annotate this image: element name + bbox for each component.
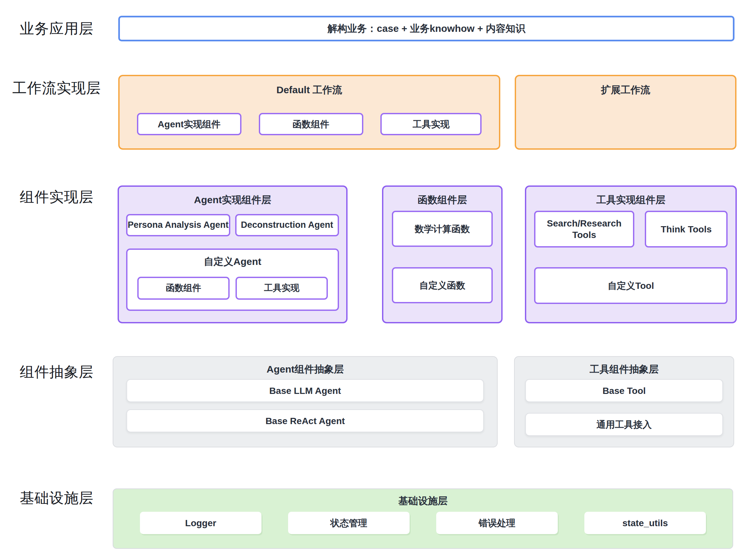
base-llm-agent-box: Base LLM Agent bbox=[126, 379, 484, 402]
custom-agent-title: 自定义Agent bbox=[137, 255, 328, 268]
custom-agent-function-components: 函数组件 bbox=[137, 277, 230, 300]
workflow-item-tool-impl: 工具实现 bbox=[380, 113, 482, 135]
logger-box: Logger bbox=[140, 512, 261, 534]
base-react-agent-box: Base ReAct Agent bbox=[126, 409, 484, 432]
agent-components-title: Agent实现组件层 bbox=[126, 193, 339, 207]
workflow-item-agent-components: Agent实现组件 bbox=[137, 113, 241, 135]
state-management-box: 状态管理 bbox=[288, 512, 410, 534]
default-workflow-items: Agent实现组件 函数组件 工具实现 bbox=[120, 113, 499, 135]
generic-tool-access-box: 通用工具接入 bbox=[525, 413, 723, 436]
infrastructure-items: Logger 状态管理 错误处理 state_utils bbox=[113, 512, 733, 534]
business-banner-text: 解构业务：case + 业务knowhow + 内容知识 bbox=[327, 22, 525, 35]
layer-label-workflow: 工作流实现层 bbox=[0, 78, 113, 98]
custom-agent-tool-impl: 工具实现 bbox=[235, 277, 328, 300]
custom-agent-items: 函数组件 工具实现 bbox=[137, 277, 328, 300]
search-research-tools-box: Search/Research Tools bbox=[534, 211, 634, 247]
infrastructure-panel: 基础设施层 Logger 状态管理 错误处理 state_utils bbox=[113, 488, 733, 549]
function-components-panel: 函数组件层 数学计算函数 自定义函数 bbox=[382, 185, 503, 323]
deconstruction-agent-box: Deconstruction Agent bbox=[235, 214, 339, 236]
custom-tool-box: 自定义Tool bbox=[534, 267, 727, 304]
layer-label-abstraction: 组件抽象层 bbox=[0, 362, 113, 382]
extended-workflow-panel: 扩展工作流 bbox=[515, 75, 737, 150]
think-tools-box: Think Tools bbox=[645, 211, 727, 247]
agent-abstraction-panel: Agent组件抽象层 Base LLM Agent Base ReAct Age… bbox=[113, 356, 498, 447]
tool-abstraction-panel: 工具组件抽象层 Base Tool 通用工具接入 bbox=[514, 356, 734, 447]
agent-abstraction-title: Agent组件抽象层 bbox=[126, 363, 484, 376]
tool-components-title: 工具实现组件层 bbox=[534, 193, 727, 207]
extended-workflow-title: 扩展工作流 bbox=[516, 83, 735, 97]
tool-abstraction-title: 工具组件抽象层 bbox=[525, 363, 723, 376]
persona-analysis-agent-box: Persona Analysis Agent bbox=[126, 214, 230, 236]
default-workflow-title: Default 工作流 bbox=[120, 83, 499, 97]
tool-components-panel: 工具实现组件层 Search/Research Tools Think Tool… bbox=[525, 185, 737, 323]
infrastructure-title: 基础设施层 bbox=[113, 494, 733, 508]
default-workflow-panel: Default 工作流 Agent实现组件 函数组件 工具实现 bbox=[118, 75, 500, 150]
agent-components-row: Persona Analysis Agent Deconstruction Ag… bbox=[126, 214, 339, 236]
custom-agent-box: 自定义Agent 函数组件 工具实现 bbox=[126, 248, 339, 311]
base-tool-box: Base Tool bbox=[525, 379, 723, 402]
error-handling-box: 错误处理 bbox=[436, 512, 558, 534]
custom-function-box: 自定义函数 bbox=[392, 267, 493, 303]
business-banner: 解构业务：case + 业务knowhow + 内容知识 bbox=[118, 16, 735, 41]
layer-label-component: 组件实现层 bbox=[0, 187, 113, 207]
math-function-box: 数学计算函数 bbox=[392, 211, 493, 247]
layer-label-business: 业务应用层 bbox=[0, 19, 113, 38]
layer-label-infrastructure: 基础设施层 bbox=[0, 488, 113, 508]
agent-components-panel: Agent实现组件层 Persona Analysis Agent Decons… bbox=[118, 185, 348, 323]
state-utils-box: state_utils bbox=[584, 512, 706, 534]
architecture-diagram: 业务应用层 工作流实现层 组件实现层 组件抽象层 基础设施层 解构业务：case… bbox=[0, 0, 745, 560]
function-components-title: 函数组件层 bbox=[392, 193, 493, 207]
workflow-item-function-components: 函数组件 bbox=[259, 113, 363, 135]
tool-components-row: Search/Research Tools Think Tools bbox=[534, 211, 727, 247]
